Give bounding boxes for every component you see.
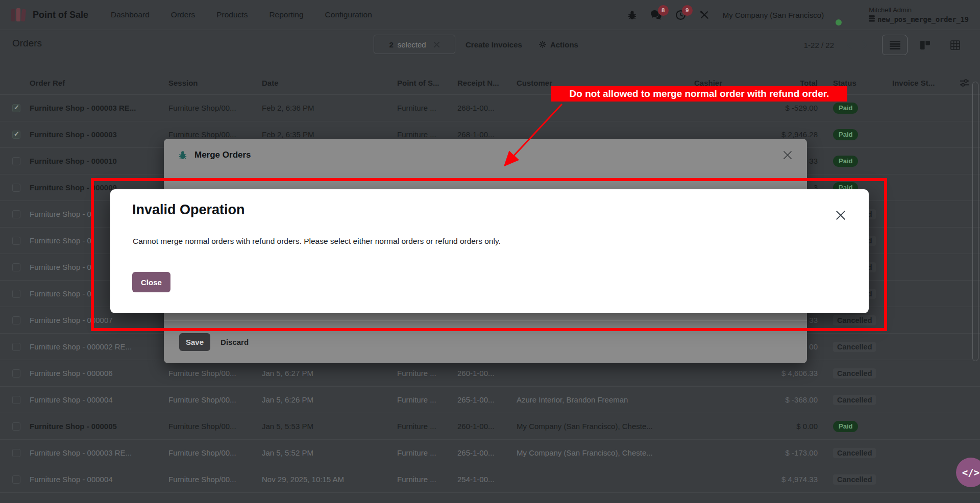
merge-dialog-close-icon[interactable] xyxy=(782,150,793,160)
pager-previous-icon[interactable] xyxy=(842,38,857,52)
invalid-operation-dialog: Invalid Operation Cannot merge normal or… xyxy=(110,189,869,313)
row-checkbox[interactable] xyxy=(12,210,20,218)
kanban-view-button[interactable] xyxy=(912,35,938,55)
row-checkbox[interactable] xyxy=(12,343,20,351)
col-order-ref[interactable]: Order Ref xyxy=(26,79,164,87)
cell-total: $ 4,606.33 xyxy=(766,369,818,378)
checkbox-cell xyxy=(0,475,26,484)
cell-date: Jan 5, 6:26 PM xyxy=(258,395,393,404)
table-row[interactable]: Furniture Shop - 000003 RE... Furniture … xyxy=(0,440,980,466)
cell-session: Furniture Shop/00... xyxy=(164,448,258,457)
cell-total: $ 4,974.33 xyxy=(766,475,818,484)
col-session[interactable]: Session xyxy=(164,79,258,87)
cell-session: Furniture Shop/00... xyxy=(164,395,258,404)
row-checkbox[interactable] xyxy=(12,396,20,404)
vertical-scrollbar[interactable] xyxy=(972,82,978,361)
status-badge: Cancelled xyxy=(833,448,876,458)
clear-selection-icon[interactable] xyxy=(433,41,440,48)
list-view-button[interactable] xyxy=(882,35,908,55)
cell-total: $ -368.00 xyxy=(766,395,818,404)
menu-dashboard[interactable]: Dashboard xyxy=(111,10,150,19)
row-checkbox[interactable] xyxy=(12,184,20,192)
row-checkbox[interactable] xyxy=(12,422,20,431)
actions-button[interactable]: Actions xyxy=(538,40,578,49)
menu-reporting[interactable]: Reporting xyxy=(269,10,303,19)
navbar-right: 8 9 My Company (San Francisco) Mitc xyxy=(627,6,969,24)
debug-bug-icon[interactable] xyxy=(627,10,637,20)
top-navbar: Point of Sale Dashboard Orders Products … xyxy=(0,0,980,30)
cell-order-ref: Furniture Shop - 000007 xyxy=(26,316,164,324)
row-checkbox[interactable] xyxy=(12,449,20,457)
cell-point-of-sale: Furniture ... xyxy=(393,104,453,112)
col-date[interactable]: Date xyxy=(258,79,393,87)
selection-box[interactable]: 2 selected xyxy=(374,35,455,54)
pos-app-icon[interactable] xyxy=(11,8,26,21)
row-checkbox[interactable] xyxy=(12,369,20,378)
view-switcher xyxy=(882,35,968,55)
status-badge: Paid xyxy=(833,103,858,114)
tools-icon[interactable] xyxy=(699,10,709,20)
create-invoices-button[interactable]: Create Invoices xyxy=(465,40,522,49)
merge-dialog-header: Merge Orders xyxy=(164,139,807,171)
error-dialog-close-icon[interactable] xyxy=(835,210,846,221)
cell-receipt-number: 260-1-00... xyxy=(453,422,512,431)
menu-configuration[interactable]: Configuration xyxy=(325,10,372,19)
checkbox-cell xyxy=(0,184,26,192)
table-row[interactable]: Furniture Shop - 000006 Furniture Shop/0… xyxy=(0,360,980,387)
user-menu[interactable]: Mitchell Admin new_pos_merge_order_19 xyxy=(869,6,969,23)
cell-order-ref: Furniture Shop - 000010 xyxy=(26,157,164,165)
gear-icon xyxy=(538,40,547,48)
col-receipt-number[interactable]: Receipt N... xyxy=(453,79,512,87)
row-checkbox[interactable] xyxy=(12,475,20,484)
row-checkbox[interactable] xyxy=(12,157,20,165)
cell-point-of-sale: Furniture ... xyxy=(393,475,453,484)
user-avatar[interactable] xyxy=(837,6,855,24)
cell-order-ref: Furniture Shop - 000006 xyxy=(26,369,164,378)
row-checkbox[interactable] xyxy=(12,131,20,139)
cell-order-ref: Furniture Shop - 000005 xyxy=(26,422,164,431)
save-button[interactable]: Save xyxy=(179,333,210,351)
kanban-view-icon xyxy=(920,41,930,49)
error-dialog-title: Invalid Operation xyxy=(132,202,245,218)
status-badge: Paid xyxy=(833,129,858,140)
table-row[interactable]: Furniture Shop - 000004 Furniture Shop/0… xyxy=(0,387,980,413)
pivot-view-button[interactable] xyxy=(942,35,968,55)
cell-date: Feb 2, 6:36 PM xyxy=(258,104,393,112)
cell-order-ref: Furniture Shop - 000003 RE... xyxy=(26,104,164,112)
control-panel-center: 2 selected Create Invoices Actions xyxy=(374,35,578,54)
menu-orders[interactable]: Orders xyxy=(171,10,195,19)
row-checkbox[interactable] xyxy=(12,316,20,324)
messages-icon[interactable]: 8 xyxy=(650,10,662,20)
cell-customer: My Company (San Francisco), Cheste... xyxy=(512,422,690,431)
cell-customer: Azure Interior, Brandon Freeman xyxy=(512,395,690,404)
checkbox-cell xyxy=(0,369,26,378)
row-checkbox[interactable] xyxy=(12,290,20,298)
status-badge: Paid xyxy=(833,421,858,432)
discard-button[interactable]: Discard xyxy=(220,338,249,346)
activities-clock-icon[interactable]: 9 xyxy=(675,10,686,20)
cell-receipt-number: 268-1-00... xyxy=(453,104,512,112)
row-checkbox[interactable] xyxy=(12,104,20,112)
table-row[interactable]: Furniture Shop - 000004 Furniture Shop/0… xyxy=(0,466,980,493)
menu-products[interactable]: Products xyxy=(216,10,248,19)
cell-order-ref: Furniture Shop - 000004 xyxy=(26,475,164,484)
selected-label: selected xyxy=(398,40,426,49)
app-brand[interactable]: Point of Sale xyxy=(33,10,88,20)
cell-receipt-number: 254-1-00... xyxy=(453,475,512,484)
close-button[interactable]: Close xyxy=(132,272,170,292)
row-checkbox[interactable] xyxy=(12,237,20,245)
row-checkbox[interactable] xyxy=(12,263,20,271)
actions-label: Actions xyxy=(550,40,578,49)
table-row[interactable]: Furniture Shop - 000005 Furniture Shop/0… xyxy=(0,413,980,440)
cell-point-of-sale: Furniture ... xyxy=(393,422,453,431)
checkbox-cell xyxy=(0,237,26,245)
cell-total: $ -173.00 xyxy=(766,448,818,457)
col-invoice-status[interactable]: Invoice St... xyxy=(888,79,944,87)
bug-icon xyxy=(178,150,187,160)
company-switcher[interactable]: My Company (San Francisco) xyxy=(723,11,824,19)
status-badge: Cancelled xyxy=(833,474,876,485)
pager-next-icon[interactable] xyxy=(857,38,872,52)
cell-point-of-sale: Furniture ... xyxy=(393,369,453,378)
cell-order-ref: Furniture Shop - 000002 RE... xyxy=(26,342,164,351)
col-point-of-sale[interactable]: Point of S... xyxy=(393,79,453,87)
